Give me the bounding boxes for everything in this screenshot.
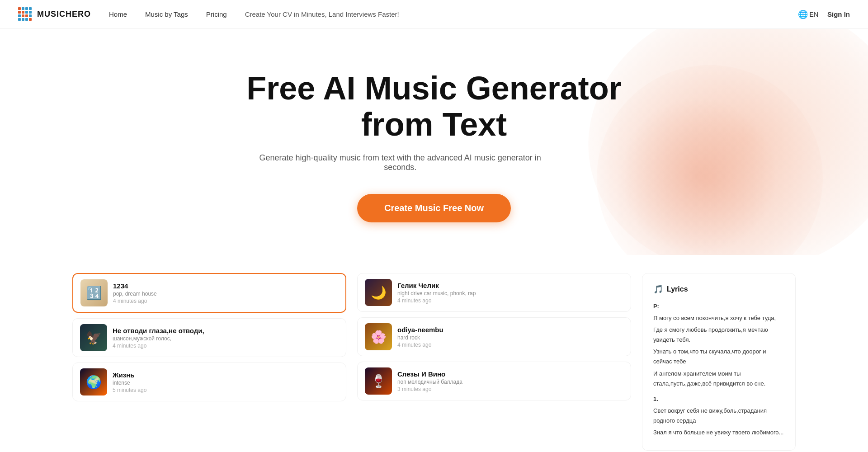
music-title-1234: 1234 xyxy=(113,282,338,290)
music-time-1234: 4 minutes ago xyxy=(113,298,338,304)
music-title-zhizn: Жизнь xyxy=(113,371,339,379)
hero-section: Free AI Music Generator from Text Genera… xyxy=(0,29,868,255)
music-time-gelik: 4 minutes ago xyxy=(397,297,623,304)
logo-text: MUSICHERO xyxy=(37,9,91,19)
translate-icon: 🌐 xyxy=(798,9,808,19)
music-tags-zhizn: intense xyxy=(113,380,339,386)
music-card-ne-otvodi[interactable]: 🦅Не отводи глаза,не отводи,шансон,мужско… xyxy=(72,318,346,357)
lyrics-section-1: 1. xyxy=(653,394,784,404)
music-info-ne-otvodi: Не отводи глаза,не отводи,шансон,мужской… xyxy=(113,327,339,349)
lyrics-content: Р: Я могу со всем покончить,я хочу к теб… xyxy=(653,301,784,438)
nav-promo: Create Your CV in Minutes, Land Intervie… xyxy=(245,10,399,18)
music-tags-slezy: поп мелодичный баллада xyxy=(397,379,623,385)
music-title-slezy: Слезы И Вино xyxy=(397,370,623,378)
hero-title: Free AI Music Generator from Text xyxy=(246,71,622,142)
music-tags-odiya: hard rock xyxy=(397,334,623,341)
hero-content: Free AI Music Generator from Text Genera… xyxy=(246,71,622,222)
music-title-odiya: odiya-neembu xyxy=(397,326,623,334)
music-time-ne-otvodi: 4 minutes ago xyxy=(113,343,339,349)
nav-music-by-tags[interactable]: Music by Tags xyxy=(145,10,188,18)
lyrics-line-1-2: Знал я что больше не увижу твоего любимо… xyxy=(653,428,784,438)
navbar: MUSICHERO Home Music by Tags Pricing Cre… xyxy=(0,0,868,29)
music-card-odiya[interactable]: 🌸odiya-neembuhard rock4 minutes ago xyxy=(357,317,631,356)
music-col-right: 🌙Гелик Челикnight drive car music, phonk… xyxy=(357,273,631,451)
lyrics-line-r3: Узнать о том,что ты скучала,что доорог и… xyxy=(653,347,784,367)
music-title-gelik: Гелик Челик xyxy=(397,282,623,289)
nav-pricing[interactable]: Pricing xyxy=(206,10,227,18)
music-time-slezy: 3 minutes ago xyxy=(397,386,623,392)
hero-subtitle: Generate high-quality music from text wi… xyxy=(246,153,554,172)
music-title-ne-otvodi: Не отводи глаза,не отводи, xyxy=(113,327,339,334)
music-section: 🔢1234pop, dream house4 minutes ago🦅Не от… xyxy=(0,255,868,452)
lyrics-line-r2: Где я смогу любовь продолжить,я мечтаю у… xyxy=(653,325,784,345)
music-info-gelik: Гелик Челикnight drive car music, phonk,… xyxy=(397,282,623,304)
music-thumb-odiya: 🌸 xyxy=(365,323,392,350)
lyrics-line-r4: И ангелом-хранителем моим ты стала,пусть… xyxy=(653,369,784,389)
music-thumb-slezy: 🍷 xyxy=(365,367,392,395)
lyrics-line-r1: Я могу со всем покончить,я хочу к тебе т… xyxy=(653,313,784,323)
music-tags-1234: pop, dream house xyxy=(113,291,338,297)
logo-icon xyxy=(18,7,33,22)
music-note-icon: 🎵 xyxy=(653,284,663,294)
music-time-odiya: 4 minutes ago xyxy=(397,342,623,348)
language-selector[interactable]: 🌐 EN xyxy=(798,9,818,19)
music-card-1234[interactable]: 🔢1234pop, dream house4 minutes ago xyxy=(72,273,346,313)
music-info-slezy: Слезы И Винопоп мелодичный баллада3 minu… xyxy=(397,370,623,392)
sign-in-button[interactable]: Sign In xyxy=(827,10,850,18)
lyrics-section-r: Р: xyxy=(653,301,784,311)
nav-right: 🌐 EN Sign In xyxy=(798,9,850,19)
music-card-slezy[interactable]: 🍷Слезы И Винопоп мелодичный баллада3 min… xyxy=(357,362,631,400)
create-music-button[interactable]: Create Music Free Now xyxy=(357,194,511,222)
music-col-left: 🔢1234pop, dream house4 minutes ago🦅Не от… xyxy=(72,273,346,451)
lyrics-title: Lyrics xyxy=(667,285,688,293)
lyrics-panel: 🎵 Lyrics Р: Я могу со всем покончить,я х… xyxy=(642,273,796,451)
music-thumb-1234: 🔢 xyxy=(80,279,108,306)
music-thumb-gelik: 🌙 xyxy=(365,279,392,306)
music-info-zhizn: Жизньintense5 minutes ago xyxy=(113,371,339,393)
music-tags-ne-otvodi: шансон,мужской голос, xyxy=(113,335,339,342)
music-card-gelik[interactable]: 🌙Гелик Челикnight drive car music, phonk… xyxy=(357,273,631,312)
music-card-zhizn[interactable]: 🌍Жизньintense5 minutes ago xyxy=(72,363,346,401)
music-info-1234: 1234pop, dream house4 minutes ago xyxy=(113,282,338,304)
music-info-odiya: odiya-neembuhard rock4 minutes ago xyxy=(397,326,623,348)
lyrics-header: 🎵 Lyrics xyxy=(653,284,784,294)
music-tags-gelik: night drive car music, phonk, rap xyxy=(397,290,623,297)
music-time-zhizn: 5 minutes ago xyxy=(113,387,339,393)
music-thumb-zhizn: 🌍 xyxy=(80,368,107,396)
music-lists: 🔢1234pop, dream house4 minutes ago🦅Не от… xyxy=(72,273,631,451)
nav-home[interactable]: Home xyxy=(109,10,127,18)
logo[interactable]: MUSICHERO xyxy=(18,7,91,22)
lyrics-line-1-1: Свет вокруг себя не вижу,боль,страдания … xyxy=(653,406,784,426)
music-thumb-ne-otvodi: 🦅 xyxy=(80,324,107,351)
language-label: EN xyxy=(810,11,818,18)
